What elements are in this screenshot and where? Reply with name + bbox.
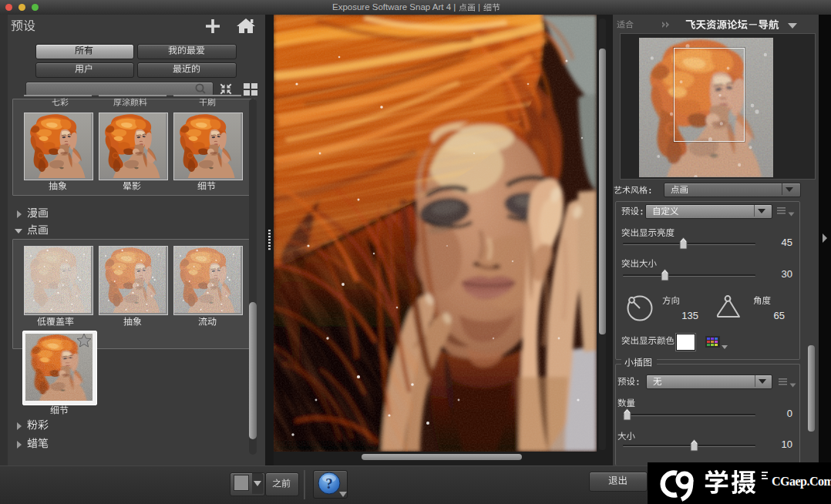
- svg-text:?: ?: [325, 475, 333, 492]
